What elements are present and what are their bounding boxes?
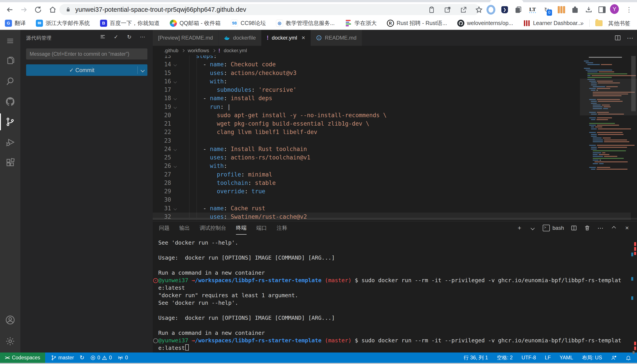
sync-status[interactable]: ↻ — [80, 354, 85, 361]
panel-tab-输出[interactable]: 输出 — [179, 221, 190, 235]
terminal[interactable]: See 'docker run --help'.Usage: docker ru… — [153, 235, 637, 352]
accounts-icon[interactable] — [0, 311, 20, 329]
close-panel-icon[interactable]: × — [624, 224, 630, 232]
panel-tab-问题[interactable]: 问题 — [159, 221, 170, 235]
github-icon[interactable] — [0, 93, 20, 110]
maximize-panel-chevron[interactable] — [610, 224, 617, 232]
menu-hamburger-icon[interactable] — [0, 32, 20, 50]
fold-chevron-icon[interactable] — [174, 164, 177, 168]
commit-message-input[interactable]: Message (Ctrl+Enter to commit on "master… — [26, 48, 147, 60]
encoding[interactable]: UTF-8 — [521, 355, 536, 361]
bookmark-item[interactable]: RRust 招聘 - Rust语... — [387, 20, 447, 27]
bookmark-item[interactable]: ◎教学管理信息服务... — [276, 20, 335, 27]
new-terminal-icon[interactable]: + — [516, 224, 523, 232]
split-editor-icon[interactable] — [614, 34, 621, 41]
remote-indicator[interactable]: >< Codespaces — [0, 352, 45, 363]
bookmark-star-icon[interactable] — [475, 5, 483, 14]
keyboard-layout[interactable]: 布局: US — [582, 354, 602, 361]
ports-indicator[interactable]: 0 — [118, 355, 128, 361]
clipboard-icon[interactable] — [427, 5, 436, 14]
commit-button[interactable]: ✓ Commit — [26, 64, 147, 76]
eol[interactable]: LF — [545, 355, 551, 361]
url-bar[interactable]: yunwei37-potential-space-trout-rpr5qwj66… — [59, 4, 480, 15]
profile-avatar[interactable]: Y — [610, 5, 619, 14]
command-neutral-icon[interactable] — [153, 338, 158, 343]
ring-extension-icon[interactable] — [486, 5, 495, 14]
feedback-icon[interactable] — [611, 355, 617, 361]
bookmark-item[interactable]: ✉QQ邮箱 - 收件箱 — [170, 20, 221, 27]
cursor-position[interactable]: 行 36, 列 1 — [464, 354, 488, 361]
breadcrumb-segment[interactable]: workflows — [188, 48, 209, 54]
columns-extension-icon[interactable] — [557, 5, 566, 14]
fold-chevron-icon[interactable] — [174, 105, 177, 109]
bookmark-item[interactable]: weloveinterns/op... — [457, 20, 513, 27]
breadcrumb-segment[interactable]: docker.yml — [224, 48, 247, 54]
sidebar-panel-icon[interactable] — [598, 5, 606, 14]
source-control-icon[interactable] — [0, 113, 20, 131]
more-actions-icon[interactable]: ⋯ — [139, 33, 147, 41]
puzzle-extensions-icon[interactable] — [571, 5, 579, 14]
extensions-icon[interactable] — [0, 154, 20, 172]
editor-tab-dockerfile[interactable]: dockerfile — [218, 30, 261, 46]
bookmarks-overflow-chevron[interactable]: » — [580, 20, 584, 27]
line-number: 26 — [153, 162, 171, 170]
split-terminal-icon[interactable] — [571, 224, 577, 232]
language-mode[interactable]: YAML — [559, 355, 573, 361]
indentation[interactable]: 空格: 2 — [497, 354, 513, 361]
bookmark-item[interactable]: Learner Dashboar... — [523, 20, 582, 27]
panel-tab-调试控制台[interactable]: 调试控制台 — [200, 221, 226, 235]
breadcrumb-segment[interactable]: .github — [164, 48, 178, 54]
panel-tab-端口[interactable]: 端口 — [256, 221, 267, 235]
fold-chevron-icon[interactable] — [174, 97, 177, 100]
command-error-icon[interactable]: × — [153, 278, 158, 283]
terminal-line: @yunwei37 →/workspaces/libbpf-rs-starter… — [158, 277, 621, 284]
bookmark-item[interactable]: 98CC98论坛 — [231, 20, 266, 27]
bookmark-item[interactable]: B百度一下，你就知道 — [100, 20, 160, 27]
back-icon[interactable] — [5, 5, 15, 14]
fold-chevron-icon[interactable] — [174, 63, 177, 66]
panel-more-icon[interactable]: ⋯ — [597, 224, 604, 232]
open-in-new-icon[interactable] — [443, 5, 452, 14]
problems-indicator[interactable]: 0 0 — [90, 355, 112, 361]
terminal-shell-icon[interactable] — [543, 224, 550, 232]
editor-more-icon[interactable]: ⋯ — [627, 34, 633, 42]
pages-extension-icon[interactable] — [514, 5, 523, 14]
bookmark-item[interactable]: 学在浙大 — [345, 20, 377, 27]
refresh-icon[interactable]: ↻ — [125, 33, 133, 41]
editor-tab--preview-readme-md[interactable]: [Preview] README.md — [153, 30, 218, 46]
fold-chevron-icon[interactable] — [174, 148, 177, 151]
run-debug-icon[interactable] — [0, 133, 20, 151]
search-icon[interactable] — [0, 72, 20, 90]
editor-tab-readme-md[interactable]: README.md — [311, 30, 362, 46]
settings-gear-icon[interactable] — [0, 332, 20, 350]
branch-indicator[interactable]: master — [51, 355, 74, 361]
notifications-bell-icon[interactable] — [625, 355, 631, 361]
bookmark-item[interactable]: G翻译 — [5, 20, 26, 27]
panel-tab-终端[interactable]: 终端 — [236, 221, 246, 235]
editor-code[interactable]: 13 steps:14 - name: Checkout code15 uses… — [153, 56, 637, 220]
panel-tab-注释[interactable]: 注释 — [277, 221, 287, 235]
share-icon[interactable] — [459, 5, 468, 14]
tab-close-icon[interactable]: × — [301, 34, 305, 41]
fold-chevron-icon[interactable] — [174, 80, 177, 83]
editor-tab-docker-yml[interactable]: !docker.yml× — [261, 30, 311, 46]
commit-dropdown-chevron[interactable] — [138, 69, 147, 72]
other-bookmarks-label[interactable]: 其他书签 — [608, 20, 630, 27]
bookmark-item[interactable]: ✉浙江大学邮件系统 — [36, 20, 90, 27]
forward-icon[interactable] — [19, 5, 29, 14]
commit-check-icon[interactable]: ✓ — [112, 33, 120, 41]
shell-label[interactable]: bash — [552, 225, 564, 231]
terminal-dropdown-chevron[interactable] — [529, 224, 536, 232]
reload-icon[interactable] — [33, 5, 43, 14]
explorer-icon[interactable] — [0, 52, 20, 70]
view-changes-icon[interactable] — [99, 33, 107, 41]
browser-menu-kebab-icon[interactable]: ⋮ — [624, 5, 633, 14]
shield-extension-icon[interactable]: ❯ — [500, 5, 509, 14]
languagetool-extension-icon[interactable]: LT — [528, 5, 537, 14]
download-icon[interactable] — [584, 5, 593, 14]
home-icon[interactable] — [48, 5, 58, 14]
kill-terminal-trash-icon[interactable] — [584, 224, 590, 232]
fold-chevron-icon[interactable] — [174, 207, 177, 210]
sync-extension-icon[interactable]: ↻0 — [542, 5, 551, 14]
breadcrumb[interactable]: .githubworkflows!docker.yml — [153, 46, 637, 56]
